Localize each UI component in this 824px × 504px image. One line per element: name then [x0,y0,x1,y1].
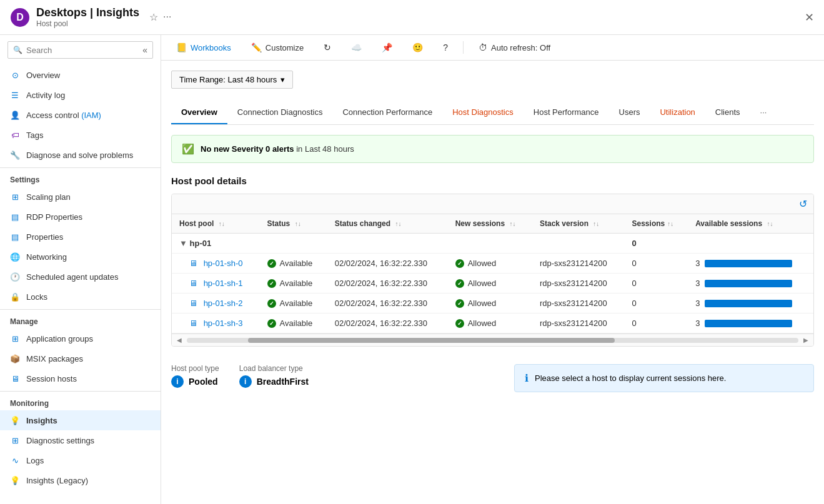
host-link-2[interactable]: hp-01-sh-2 [204,299,243,308]
col-host-pool[interactable]: Host pool ↑↓ [172,214,260,234]
tab-overview[interactable]: Overview [171,101,227,124]
sidebar-item-activity-log[interactable]: ☰ Activity log [0,85,161,105]
tab-users[interactable]: Users [609,101,650,124]
help-button[interactable]: ? [438,40,453,55]
svg-text:D: D [16,12,24,22]
pin-button[interactable]: 📌 [377,40,397,55]
alert-time-label: in Last 48 hours [296,144,354,154]
host-link-0[interactable]: hp-01-sh-0 [204,259,243,268]
emoji-button[interactable]: 🙂 [407,40,428,55]
tags-icon: 🏷 [10,130,20,140]
search-box[interactable]: 🔍 « [7,41,153,59]
row-status-changed-2: 02/02/2024, 16:32:22.330 [327,294,448,314]
row-available-sessions-1: 3 [688,274,813,294]
session-notice: ℹ Please select a host to display curren… [514,364,814,392]
sidebar-item-networking[interactable]: 🌐 Networking [0,247,161,267]
time-range-button[interactable]: Time Range: Last 48 hours ▾ [171,71,293,89]
sidebar-item-application-groups[interactable]: ⊞ Application groups [0,329,161,348]
host-pool-type-label: Host pool type [171,364,219,373]
sidebar-item-properties[interactable]: ▤ Properties [0,227,161,247]
notice-info-icon: ℹ [525,372,529,384]
sidebar-item-rdp-properties[interactable]: ▤ RDP Properties [0,207,161,227]
tab-connection-diagnostics[interactable]: Connection Diagnostics [227,101,333,124]
collapse-arrow-hp-01[interactable]: ▼ [179,239,187,248]
auto-refresh-button[interactable]: ⏱ Auto refresh: Off [474,40,555,55]
host-link-1[interactable]: hp-01-sh-1 [204,279,243,288]
row-host-3: 🖥 hp-01-sh-3 [172,314,260,334]
application-groups-icon: ⊞ [10,334,20,343]
col-status-changed[interactable]: Status changed ↑↓ [327,214,448,234]
host-icon-2: 🖥 [189,299,197,308]
sidebar-item-insights-legacy[interactable]: 💡 Insights (Legacy) [0,470,161,490]
col-available-sessions[interactable]: Available sessions ↑↓ [688,214,813,234]
sidebar-item-logs[interactable]: ∿ Logs [0,450,161,470]
col-stack-version[interactable]: Stack version ↑↓ [532,214,625,234]
row-host-1: 🖥 hp-01-sh-1 [172,274,260,294]
sidebar-item-insights[interactable]: 💡 Insights [0,410,161,430]
pool-type-text: Pooled [189,377,218,387]
allowed-text-1: Allowed [468,279,497,288]
available-count-3: 3 [695,319,700,328]
scaling-plan-icon: ⊞ [10,192,20,202]
access-control-label: Access control (IAM) [26,111,101,120]
tab-clients[interactable]: Clients [705,101,750,124]
scheduled-updates-icon: 🕐 [10,272,20,282]
refresh-button[interactable]: ↻ [319,40,336,55]
col-new-sessions[interactable]: New sessions ↑↓ [448,214,532,234]
help-icon: ? [443,42,448,52]
sidebar-item-diagnose[interactable]: 🔧 Diagnose and solve problems [0,145,161,165]
table-header-bar: ↺ [172,194,813,214]
tab-utilization[interactable]: Utilization [650,101,705,124]
scrollbar-track[interactable] [187,338,798,343]
customize-button[interactable]: ✏️ Customize [246,40,309,55]
available-count-2: 3 [695,299,700,308]
row-available-sessions-2: 3 [688,294,813,314]
sidebar-item-tags[interactable]: 🏷 Tags [0,125,161,145]
sidebar-item-overview[interactable]: ⊙ Overview [0,65,161,85]
settings-section: Settings [0,167,161,187]
sidebar-item-scaling-plan[interactable]: ⊞ Scaling plan [0,187,161,207]
diagnose-icon: 🔧 [10,150,20,160]
host-pool-table: Host pool ↑↓ Status ↑↓ Status changed ↑↓… [172,214,813,334]
allowed-text-0: Allowed [468,259,497,268]
session-notice-text: Please select a host to display current … [535,373,726,383]
row-sessions-0: 0 [625,254,688,274]
allowed-dot-2 [455,299,464,308]
tab-more[interactable]: ··· [750,101,777,124]
collapse-sidebar-button[interactable]: « [142,45,147,55]
pool-type-icon: i [171,375,184,388]
star-icon[interactable]: ☆ [149,11,158,23]
insights-label: Insights [26,416,57,425]
scroll-left-arrow[interactable]: ◀ [177,337,182,343]
tab-host-performance[interactable]: Host Performance [524,101,609,124]
sidebar-item-access-control[interactable]: 👤 Access control (IAM) [0,105,161,125]
search-input[interactable] [26,46,142,55]
col-status[interactable]: Status ↑↓ [260,214,327,234]
page-subtitle: Host pool [36,19,139,28]
sidebar-item-session-hosts[interactable]: 🖥 Session hosts [0,368,161,388]
locks-label: Locks [26,292,47,302]
scroll-right-arrow[interactable]: ▶ [803,337,808,343]
tags-label: Tags [26,131,43,140]
workbooks-button[interactable]: 📒 Workbooks [171,40,236,55]
alert-success-icon: ✅ [182,143,194,155]
tab-connection-performance[interactable]: Connection Performance [332,101,442,124]
available-bar-3 [705,320,792,327]
sidebar-item-locks[interactable]: 🔒 Locks [0,287,161,307]
col-sessions[interactable]: Sessions↑↓ [625,214,688,234]
load-balancer-type-block: Load balancer type i BreadthFirst [239,364,309,388]
feedback-button[interactable]: ☁️ [346,40,367,55]
more-options-icon[interactable]: ··· [163,11,171,23]
tab-host-diagnostics[interactable]: Host Diagnostics [442,101,524,124]
table-refresh-icon[interactable]: ↺ [799,198,807,210]
sidebar-item-diagnostic-settings[interactable]: ⊞ Diagnostic settings [0,430,161,450]
content-scroll: Time Range: Last 48 hours ▾ Overview Con… [161,61,824,504]
insights-legacy-label: Insights (Legacy) [26,476,88,485]
host-link-3[interactable]: hp-01-sh-3 [204,319,243,328]
overview-icon: ⊙ [10,70,20,80]
diagnostic-settings-label: Diagnostic settings [26,436,94,445]
sidebar-item-scheduled-updates[interactable]: 🕐 Scheduled agent updates [0,267,161,287]
table-row: 🖥 hp-01-sh-1 Available 02/02/2024, 16:32… [172,274,813,294]
sidebar-item-msix-packages[interactable]: 📦 MSIX packages [0,348,161,368]
close-button[interactable]: ✕ [805,11,814,24]
